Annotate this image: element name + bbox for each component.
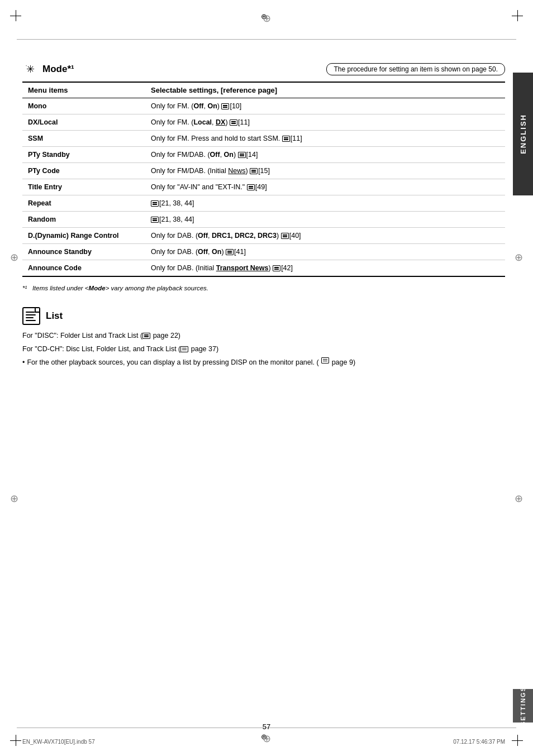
table-row: D.(Dynamic) Range Control Only for DAB. … [22, 228, 505, 244]
icon-line-2 [26, 314, 36, 315]
setting-ptystandby: Only for FM/DAB. (Off, On) [14] [145, 147, 505, 163]
list-document-icon [22, 307, 40, 325]
item-ptystandby: PTy Standby [22, 147, 145, 163]
english-label: ENGLISH [519, 114, 527, 154]
mode-table: Menu items Selectable settings, [referen… [22, 82, 505, 277]
table-row: Random [21, 38, 44] [22, 212, 505, 228]
item-announcestandby: Announce Standby [22, 244, 145, 260]
setting-titleentry: Only for "AV-IN" and "EXT-IN." [49] [145, 179, 505, 195]
table-row: DX/Local Only for FM. (Local, DX) [11] [22, 114, 505, 131]
setting-repeat: [21, 38, 44] [145, 195, 505, 212]
col1-header: Menu items [22, 82, 145, 98]
list-title: List [46, 310, 63, 322]
setting-drc: Only for DAB. (Off, DRC1, DRC2, DRC3) [4… [145, 228, 505, 244]
icon-line-1 [26, 312, 35, 313]
footer-left: EN_KW-AVX710[EU].indb 57 [22, 739, 95, 745]
table-row: Announce Standby Only for DAB. (Off, On)… [22, 244, 505, 260]
list-item: For "DISC": Folder List and Track List (… [22, 331, 505, 341]
setting-dxlocal: Only for FM. (Local, DX) [11] [145, 114, 505, 131]
mode-title-group: ✳· Mode*¹ [22, 61, 74, 77]
left-cross-top: ⊕ [10, 251, 18, 264]
table-row: Title Entry Only for "AV-IN" and "EXT-IN… [22, 179, 505, 195]
english-sidebar: ENGLISH [513, 73, 533, 195]
fold-corner [35, 308, 39, 313]
item-titleentry: Title Entry [22, 179, 145, 195]
top-rule [17, 39, 516, 40]
setting-announcestandby: Only for DAB. (Off, On) [41] [145, 244, 505, 260]
item-repeat: Repeat [22, 195, 145, 212]
icon-line-4 [26, 320, 36, 321]
main-content: ✳· Mode*¹ The procedure for setting an i… [22, 50, 505, 711]
right-cross-top: ⊕ [515, 251, 523, 264]
mode-title: Mode*¹ [42, 64, 74, 75]
corner-mark-br [512, 735, 523, 746]
mode-header: ✳· Mode*¹ The procedure for setting an i… [22, 61, 505, 77]
footnote-text: Items listed under <Mode> vary among the… [32, 285, 208, 291]
setting-ssm: Only for FM. Press and hold to start SSM… [145, 131, 505, 147]
setting-announcecode: Only for DAB. (Initial Transport News) [… [145, 260, 505, 277]
footnote-marker: *¹ [22, 285, 31, 291]
list-item-bullet: For the other playback sources, you can … [22, 357, 505, 368]
page-number: 57 [263, 722, 270, 731]
item-ssm: SSM [22, 131, 145, 147]
center-cross-bottom: ⊕ [261, 733, 272, 744]
footer-right: 07.12.17 5:46:37 PM [453, 739, 505, 745]
item-dxlocal: DX/Local [22, 114, 145, 131]
corner-mark-tr [512, 10, 523, 21]
center-cross-top: ⊕ [261, 12, 272, 23]
settings-label: SETTINGS [520, 686, 526, 726]
table-row: Mono Only for FM. (Off, On) [10] [22, 98, 505, 114]
setting-ptycode: Only for FM/DAB. (Initial News) [15] [145, 163, 505, 179]
right-cross-bottom: ⊕ [515, 492, 523, 505]
table-row: Repeat [21, 38, 44] [22, 195, 505, 212]
table-row: PTy Standby Only for FM/DAB. (Off, On) [… [22, 147, 505, 163]
table-row: Announce Code Only for DAB. (Initial Tra… [22, 260, 505, 277]
item-drc: D.(Dynamic) Range Control [22, 228, 145, 244]
col2-header: Selectable settings, [reference page] [145, 82, 505, 98]
settings-sidebar: SETTINGS [513, 689, 533, 722]
mode-section: ✳· Mode*¹ The procedure for setting an i… [22, 61, 505, 291]
item-announcecode: Announce Code [22, 260, 145, 277]
item-ptycode: PTy Code [22, 163, 145, 179]
procedure-box: The procedure for setting an item is sho… [326, 63, 505, 75]
list-section: List For "DISC": Folder List and Track L… [22, 307, 505, 367]
corner-mark-tl [10, 10, 21, 21]
list-items: For "DISC": Folder List and Track List (… [22, 331, 505, 367]
icon-line-3 [26, 317, 34, 318]
corner-mark-bl [10, 735, 21, 746]
setting-mono: Only for FM. (Off, On) [10] [145, 98, 505, 114]
table-row: PTy Code Only for FM/DAB. (Initial News)… [22, 163, 505, 179]
list-item: For "CD-CH": Disc List, Folder List, and… [22, 344, 505, 355]
mode-icon: ✳· [22, 61, 38, 77]
table-row: SSM Only for FM. Press and hold to start… [22, 131, 505, 147]
left-cross-bottom: ⊕ [10, 492, 18, 505]
item-mono: Mono [22, 98, 145, 114]
item-random: Random [22, 212, 145, 228]
list-header: List [22, 307, 505, 325]
footnote: *¹ Items listed under <Mode> vary among … [22, 285, 505, 291]
setting-random: [21, 38, 44] [145, 212, 505, 228]
